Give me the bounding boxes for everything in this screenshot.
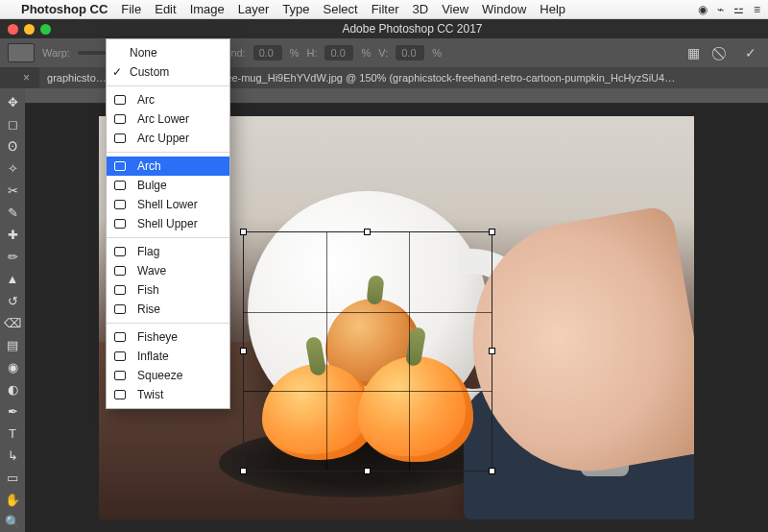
cancel-transform-icon[interactable]: ⃠ — [712, 43, 732, 62]
cc-sync-icon[interactable]: ◉ — [698, 3, 708, 16]
minimize-window[interactable] — [24, 24, 35, 35]
window-titlebar: Adobe Photoshop CC 2017 — [0, 19, 768, 38]
arch-icon — [114, 161, 126, 171]
tool-crop[interactable]: ✂ — [2, 181, 23, 200]
handle-tm[interactable] — [364, 229, 371, 235]
warp-arch[interactable]: Arch — [107, 157, 229, 176]
twist-icon — [114, 390, 126, 399]
bluetooth-icon[interactable]: ⌁ — [717, 3, 724, 16]
bend-unit: % — [290, 47, 300, 59]
tool-zoom[interactable]: 🔍 — [2, 512, 23, 531]
app-menu[interactable]: Photoshop CC — [21, 2, 108, 16]
arc-upper-icon — [114, 133, 126, 143]
tool-marquee[interactable]: ◻ — [2, 114, 23, 133]
tool-dodge[interactable]: ◐ — [2, 379, 23, 399]
tab-1-label: graphicsto… — [47, 72, 107, 84]
v-label: V: — [378, 47, 388, 59]
warp-twist[interactable]: Twist — [107, 385, 229, 404]
tool-hand[interactable]: ✋ — [2, 490, 23, 509]
tool-lasso[interactable]: ʘ — [2, 136, 23, 156]
tool-pen[interactable]: ✒ — [2, 401, 23, 421]
control-icon[interactable]: ≡ — [754, 3, 760, 16]
zoom-window[interactable] — [40, 24, 51, 35]
warp-none[interactable]: None — [107, 43, 229, 62]
flag-icon — [114, 247, 126, 256]
menu-edit[interactable]: Edit — [155, 2, 176, 16]
warp-shell-lower[interactable]: Shell Lower — [107, 195, 229, 214]
v-input[interactable]: 0.0 — [396, 45, 424, 60]
warp-bulge[interactable]: Bulge — [107, 176, 229, 195]
handle-tr[interactable] — [489, 229, 495, 235]
menu-separator — [107, 152, 229, 153]
grid-line — [244, 312, 492, 313]
menu-help[interactable]: Help — [540, 2, 565, 16]
menu-image[interactable]: Image — [190, 2, 225, 16]
menu-select[interactable]: Select — [323, 2, 357, 16]
document-tab-1[interactable]: graphicsto… — [39, 67, 110, 88]
handle-ml[interactable] — [240, 348, 247, 354]
menu-type[interactable]: Type — [282, 2, 309, 16]
warp-inflate[interactable]: Inflate — [107, 347, 229, 366]
grid-line — [409, 232, 410, 471]
tool-type[interactable]: T — [2, 423, 23, 443]
menu-separator — [107, 237, 229, 238]
menu-3d[interactable]: 3D — [413, 2, 429, 16]
transform-thumb-icon[interactable] — [8, 43, 35, 62]
toggle-warp-icon[interactable]: ▦ — [684, 43, 703, 62]
warp-flag[interactable]: Flag — [107, 242, 229, 261]
warp-label: Warp: — [42, 47, 70, 59]
warp-shell-upper[interactable]: Shell Upper — [107, 214, 229, 233]
menu-view[interactable]: View — [442, 2, 468, 16]
bend-input[interactable]: 0.0 — [253, 45, 282, 60]
warp-fish[interactable]: Fish — [107, 280, 229, 300]
tool-gradient[interactable]: ▤ — [2, 335, 23, 354]
squeeze-icon — [114, 371, 126, 380]
handle-bl[interactable] — [240, 468, 247, 474]
tool-heal[interactable]: ✚ — [2, 225, 23, 244]
rise-icon — [114, 304, 126, 314]
commit-transform-icon[interactable]: ✓ — [741, 43, 760, 62]
tool-shape[interactable]: ▭ — [2, 468, 23, 487]
menu-filter[interactable]: Filter — [372, 2, 399, 16]
menu-file[interactable]: File — [121, 2, 141, 16]
menu-separator — [107, 323, 229, 324]
v-unit: % — [432, 47, 442, 59]
wifi-icon[interactable]: ⚍ — [733, 3, 744, 16]
tool-history[interactable]: ↺ — [2, 291, 23, 310]
tool-eyedropper[interactable]: ✎ — [2, 203, 23, 222]
warp-squeeze[interactable]: Squeeze — [107, 366, 229, 385]
tool-move[interactable]: ✥ — [2, 92, 23, 111]
tool-brush[interactable]: ✏ — [2, 247, 23, 266]
fish-icon — [114, 285, 126, 295]
close-window[interactable] — [8, 24, 18, 35]
warp-wave[interactable]: Wave — [107, 261, 229, 280]
tool-path[interactable]: ↳ — [2, 446, 23, 465]
grid-line — [326, 232, 327, 471]
tool-stamp[interactable]: ▲ — [2, 269, 23, 288]
warp-arc-lower[interactable]: Arc Lower — [107, 109, 229, 129]
warp-rise[interactable]: Rise — [107, 300, 229, 319]
handle-tl[interactable] — [240, 229, 247, 235]
h-input[interactable]: 0.0 — [324, 45, 353, 60]
transform-box[interactable] — [243, 231, 492, 472]
warp-arc[interactable]: Arc — [107, 90, 229, 109]
tool-eraser[interactable]: ⌫ — [2, 313, 23, 332]
handle-br[interactable] — [489, 468, 495, 474]
arc-lower-icon — [114, 114, 126, 124]
menu-layer[interactable]: Layer — [238, 2, 270, 16]
arc-icon — [114, 95, 126, 105]
warp-arc-upper[interactable]: Arc Upper — [107, 129, 229, 148]
tool-blur[interactable]: ◉ — [2, 357, 23, 376]
handle-mr[interactable] — [489, 348, 495, 354]
menu-window[interactable]: Window — [482, 2, 526, 16]
shell-upper-icon — [114, 219, 126, 229]
warp-fisheye[interactable]: Fisheye — [107, 327, 229, 347]
handle-bm[interactable] — [364, 468, 371, 474]
macos-menubar: Photoshop CC File Edit Image Layer Type … — [0, 0, 768, 19]
bulge-icon — [114, 181, 126, 190]
fisheye-icon — [114, 332, 126, 342]
warp-style-menu: None ✓Custom Arc Arc Lower Arc Upper Arc… — [106, 38, 230, 409]
photoshop-window: Adobe Photoshop CC 2017 Warp: ▭ Bend: 0.… — [0, 19, 768, 532]
tool-wand[interactable]: ✧ — [2, 158, 23, 178]
warp-custom[interactable]: ✓Custom — [107, 62, 229, 82]
